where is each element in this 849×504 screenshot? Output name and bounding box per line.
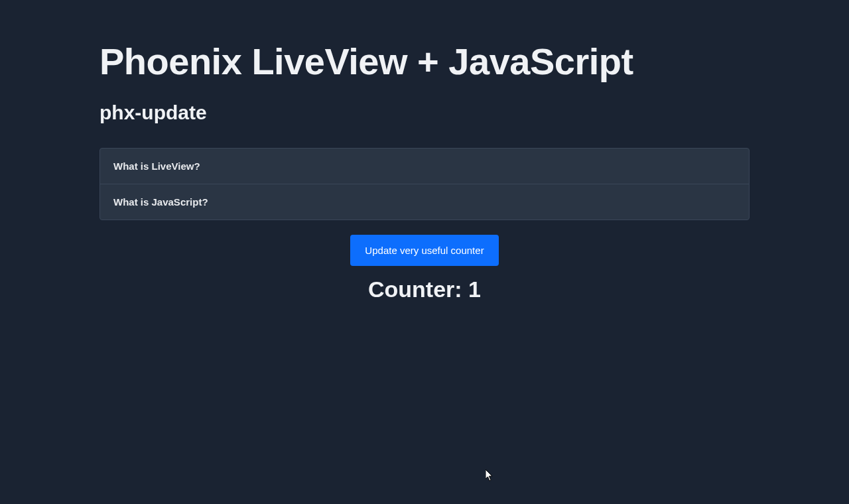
update-counter-button[interactable]: Update very useful counter bbox=[350, 235, 498, 266]
counter-display: Counter: 1 bbox=[368, 277, 481, 302]
accordion-item: What is JavaScript? bbox=[100, 184, 749, 220]
accordion-header-javascript[interactable]: What is JavaScript? bbox=[100, 184, 749, 220]
counter-row: Counter: 1 bbox=[99, 277, 750, 302]
cursor-icon bbox=[486, 470, 495, 481]
section-title: phx-update bbox=[99, 101, 750, 124]
page-title: Phoenix LiveView + JavaScript bbox=[99, 40, 750, 83]
button-row: Update very useful counter bbox=[99, 235, 750, 266]
page-container: Phoenix LiveView + JavaScript phx-update… bbox=[0, 0, 849, 302]
accordion-item: What is LiveView? bbox=[100, 149, 749, 184]
accordion: What is LiveView? What is JavaScript? bbox=[99, 148, 750, 220]
accordion-header-liveview[interactable]: What is LiveView? bbox=[100, 149, 749, 184]
